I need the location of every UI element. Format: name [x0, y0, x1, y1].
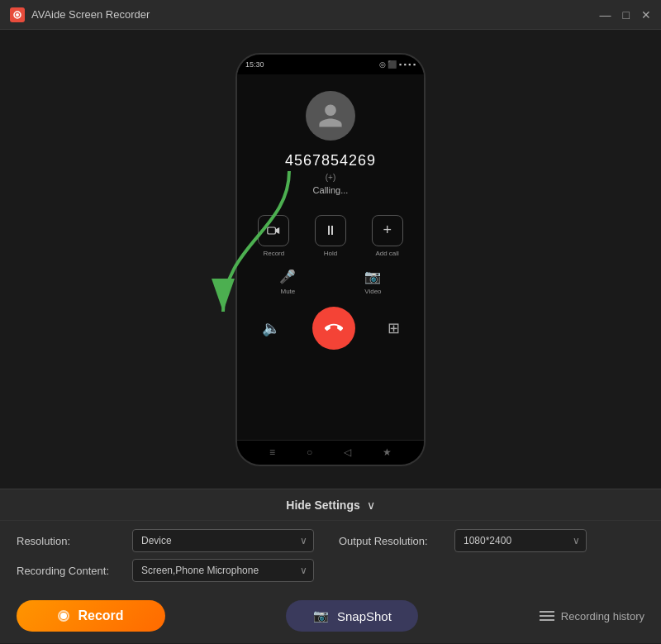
recording-history-label: Recording history	[561, 610, 644, 623]
phone-status-bar: 15:30 ◎ ⬛ ▪ ▪ ▪ ▪	[237, 55, 424, 74]
recording-content-select-wrapper[interactable]: Screen,Phone Microphone	[132, 559, 314, 582]
recording-content-label: Recording Content:	[17, 565, 124, 577]
phone-mockup: 15:30 ◎ ⬛ ▪ ▪ ▪ ▪ 4567854269 (+) Calling…	[235, 53, 426, 466]
pause-icon: ⏸	[324, 223, 337, 238]
output-resolution-select-wrapper[interactable]: 1080*2400	[454, 529, 587, 552]
phone-time: 15:30	[245, 60, 264, 69]
app-title: AVAide Screen Recorder	[31, 8, 150, 21]
action-hold[interactable]: ⏸ Hold	[309, 215, 352, 257]
caller-avatar	[306, 91, 355, 141]
hold-icon-box: ⏸	[315, 215, 346, 246]
nav-recent-icon[interactable]: ★	[383, 446, 392, 458]
video-action[interactable]: 📷 Video	[364, 269, 381, 295]
caller-subtext: (+)	[326, 173, 336, 182]
addcall-icon-box: +	[372, 215, 403, 246]
bottom-action-bar: Record 📷 SnapShot Recording history	[0, 592, 661, 643]
record-icon-box	[258, 215, 289, 246]
video-icon: 📷	[364, 269, 381, 284]
hide-settings-label: Hide Settings	[286, 499, 359, 512]
action-addcall[interactable]: + Add call	[366, 215, 409, 257]
settings-rows: Resolution: Device Output Resolution: 10…	[0, 521, 661, 592]
calling-status: Calling...	[313, 185, 349, 195]
video-label: Video	[364, 288, 381, 295]
phone-actions-row: Record ⏸ Hold + Add call	[245, 215, 416, 257]
resolution-label: Resolution:	[17, 535, 124, 547]
phone-mute-video-row: 🎤 Mute 📷 Video	[245, 269, 416, 295]
record-label: Record	[78, 608, 123, 623]
hide-settings-bar[interactable]: Hide Settings ∨	[0, 489, 661, 521]
action-record-label: Record	[263, 250, 284, 257]
phone-status-icons: ◎ ⬛ ▪ ▪ ▪ ▪	[379, 60, 416, 69]
phone-nav-bar: ≡ ○ ◁ ★	[237, 440, 424, 465]
snapshot-button[interactable]: 📷 SnapShot	[286, 600, 418, 632]
mute-icon: 🎤	[279, 269, 296, 284]
hamburger-icon	[540, 611, 554, 621]
title-bar-left: AVAide Screen Recorder	[10, 7, 150, 22]
action-addcall-label: Add call	[375, 250, 398, 257]
main-area: 15:30 ◎ ⬛ ▪ ▪ ▪ ▪ 4567854269 (+) Calling…	[0, 30, 661, 489]
nav-back-icon[interactable]: ◁	[344, 446, 351, 458]
action-hold-label: Hold	[324, 250, 337, 257]
maximize-button[interactable]: □	[623, 9, 630, 21]
svg-marker-3	[276, 227, 280, 234]
camera-icon: 📷	[313, 608, 329, 623]
end-call-row: 🔈 ⊞	[245, 307, 416, 350]
title-bar: AVAide Screen Recorder — □ ✕	[0, 0, 661, 30]
recording-history-button[interactable]: Recording history	[540, 610, 644, 623]
app-icon	[10, 7, 25, 22]
mute-action[interactable]: 🎤 Mute	[279, 269, 296, 295]
window-controls: — □ ✕	[600, 9, 651, 21]
svg-rect-2	[268, 227, 276, 234]
phone-end-icon	[325, 319, 343, 337]
resolution-row: Resolution: Device Output Resolution: 10…	[17, 529, 644, 552]
record-button[interactable]: Record	[17, 600, 165, 632]
action-record[interactable]: Record	[252, 215, 295, 257]
keypad-icon[interactable]: ⊞	[388, 319, 400, 337]
person-icon	[316, 102, 345, 130]
add-icon: +	[383, 222, 392, 239]
caller-number: 4567854269	[285, 152, 376, 169]
recording-content-row: Recording Content: Screen,Phone Micropho…	[17, 559, 644, 582]
recording-content-select[interactable]: Screen,Phone Microphone	[132, 559, 314, 582]
settings-panel: Hide Settings ∨ Resolution: Device Outpu…	[0, 489, 661, 643]
phone-body: 4567854269 (+) Calling... Record ⏸ Hold	[237, 74, 424, 440]
resolution-select-wrapper[interactable]: Device	[132, 529, 314, 552]
record-dot-inner	[60, 613, 67, 619]
chevron-down-icon: ∨	[367, 499, 375, 512]
end-call-button[interactable]	[312, 307, 355, 350]
minimize-button[interactable]: —	[600, 9, 611, 21]
close-button[interactable]: ✕	[641, 9, 651, 21]
output-resolution-label: Output Resolution:	[339, 535, 446, 547]
record-dot-icon	[58, 610, 69, 622]
resolution-select[interactable]: Device	[132, 529, 314, 552]
svg-point-1	[16, 13, 19, 17]
snapshot-label: SnapShot	[337, 609, 392, 623]
output-resolution-select[interactable]: 1080*2400	[454, 529, 587, 552]
mute-label: Mute	[281, 288, 296, 295]
nav-menu-icon[interactable]: ≡	[269, 446, 275, 458]
nav-home-icon[interactable]: ○	[307, 446, 312, 458]
speaker-icon[interactable]: 🔈	[262, 319, 280, 337]
